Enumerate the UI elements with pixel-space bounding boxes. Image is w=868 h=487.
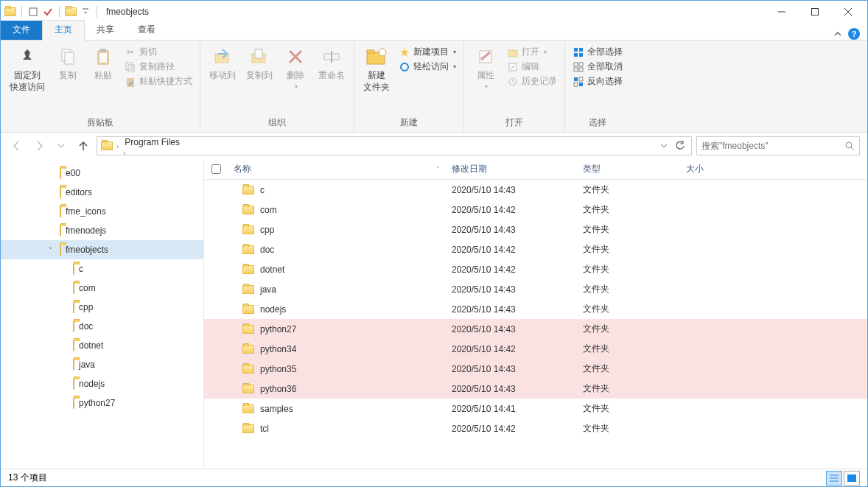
column-headers: 名称˄ 修改日期 类型 大小 xyxy=(204,159,867,180)
qat-properties-icon[interactable] xyxy=(27,5,40,18)
new-folder-button[interactable]: 新建 文件夹 xyxy=(359,43,394,94)
expand-icon[interactable] xyxy=(58,340,69,351)
file-row[interactable]: python272020/5/10 14:43文件夹 xyxy=(204,319,867,339)
tree-node-com[interactable]: com xyxy=(1,278,203,298)
rename-button[interactable]: 重命名 xyxy=(314,43,349,83)
paste-button[interactable]: 粘贴 xyxy=(86,43,120,83)
file-row[interactable]: cpp2020/5/10 14:43文件夹 xyxy=(204,220,867,239)
delete-button[interactable]: 删除▾ xyxy=(279,43,312,91)
expand-icon[interactable] xyxy=(45,187,55,197)
select-all-button[interactable]: 全部选择 xyxy=(570,45,626,59)
tree-node-dotnet[interactable]: dotnet xyxy=(1,336,203,355)
maximize-button[interactable] xyxy=(798,1,831,22)
breadcrumb-2[interactable]: Program Files xyxy=(122,137,183,147)
file-row[interactable]: dotnet2020/5/10 14:42文件夹 xyxy=(204,259,867,279)
tree-node-e00[interactable]: e00 xyxy=(1,164,203,183)
expand-icon[interactable] xyxy=(58,360,69,370)
pin-to-quick-access-button[interactable]: 固定到 快速访问 xyxy=(5,43,49,94)
file-row[interactable]: java2020/5/10 14:43文件夹 xyxy=(204,279,867,299)
easy-access-button[interactable]: 轻松访问▾ xyxy=(396,60,459,74)
search-box[interactable] xyxy=(696,136,860,155)
tree-node-nodejs[interactable]: nodejs xyxy=(1,374,203,393)
column-type[interactable]: 类型 xyxy=(577,163,680,175)
column-size[interactable]: 大小 xyxy=(680,163,769,175)
expand-icon[interactable] xyxy=(58,321,69,332)
details-view-button[interactable] xyxy=(826,471,842,486)
tab-share[interactable]: 共享 xyxy=(85,21,126,40)
tab-home[interactable]: 主页 xyxy=(42,20,85,41)
new-item-button[interactable]: 新建项目▾ xyxy=(396,45,459,59)
file-row[interactable]: tcl2020/5/10 14:42文件夹 xyxy=(204,418,867,438)
file-row[interactable]: python342020/5/10 14:42文件夹 xyxy=(204,339,867,359)
history-button[interactable]: 历史记录 xyxy=(504,74,560,88)
tree-node-editors[interactable]: editors xyxy=(1,183,203,202)
copy-button[interactable]: 复制 xyxy=(51,43,85,83)
expand-icon[interactable] xyxy=(45,225,55,236)
refresh-button[interactable] xyxy=(672,138,688,154)
column-name[interactable]: 名称˄ xyxy=(228,163,446,175)
address-dropdown-icon[interactable] xyxy=(656,138,672,154)
file-row[interactable]: nodejs2020/5/10 14:43文件夹 xyxy=(204,299,867,319)
file-row[interactable]: c2020/5/10 14:43文件夹 xyxy=(204,180,867,200)
move-to-button[interactable]: 移动到 xyxy=(205,43,240,83)
tree-node-java[interactable]: java xyxy=(1,355,203,374)
tab-view[interactable]: 查看 xyxy=(126,21,167,40)
copy-to-button[interactable]: 复制到 xyxy=(242,43,277,83)
svg-rect-7 xyxy=(126,63,132,70)
paste-shortcut-button[interactable]: 粘贴快捷方式 xyxy=(122,74,195,88)
search-icon[interactable] xyxy=(844,141,855,151)
tab-file[interactable]: 文件 xyxy=(1,21,42,40)
tree-node-fmenodejs[interactable]: fmenodejs xyxy=(1,221,203,240)
minimize-button[interactable] xyxy=(765,1,798,22)
recent-dropdown[interactable] xyxy=(52,137,70,155)
select-none-button[interactable]: 全部取消 xyxy=(570,60,626,74)
tree-node-c[interactable]: c xyxy=(1,259,203,278)
expand-icon[interactable] xyxy=(45,206,55,217)
edit-button[interactable]: 编辑 xyxy=(504,60,560,74)
expand-icon[interactable] xyxy=(58,302,69,312)
collapse-ribbon-icon[interactable] xyxy=(833,29,842,38)
file-row[interactable]: python362020/5/10 14:43文件夹 xyxy=(204,379,867,399)
search-input[interactable] xyxy=(701,141,844,151)
qat-dropdown-icon[interactable] xyxy=(79,5,92,18)
open-button[interactable]: 打开▾ xyxy=(504,45,560,59)
copy-icon xyxy=(56,45,80,69)
sort-asc-icon: ˄ xyxy=(436,166,440,173)
file-row[interactable]: python352020/5/10 14:43文件夹 xyxy=(204,359,867,379)
select-all-checkbox[interactable] xyxy=(211,164,221,174)
help-icon[interactable]: ? xyxy=(848,28,860,40)
file-row[interactable]: samples2020/5/10 14:41文件夹 xyxy=(204,399,867,418)
column-date[interactable]: 修改日期 xyxy=(446,163,577,175)
file-name: nodejs xyxy=(260,304,286,315)
tree-node-fme_icons[interactable]: fme_icons xyxy=(1,202,203,221)
expand-icon[interactable] xyxy=(45,168,55,178)
expand-icon[interactable] xyxy=(58,264,69,274)
qat-checkmark-icon[interactable] xyxy=(41,5,55,18)
tree-node-fmeobjects[interactable]: ˅fmeobjects xyxy=(1,240,203,259)
copy-path-button[interactable]: 复制路径 xyxy=(122,60,195,74)
tree-node-python27[interactable]: python27 xyxy=(1,393,203,413)
properties-button[interactable]: 属性▾ xyxy=(469,43,503,91)
expand-icon[interactable] xyxy=(58,379,69,389)
svg-rect-29 xyxy=(574,68,578,71)
cut-button[interactable]: ✂剪切 xyxy=(122,45,195,59)
expand-icon[interactable]: ˅ xyxy=(45,245,55,255)
expand-icon[interactable] xyxy=(58,283,69,293)
thumbnails-view-button[interactable] xyxy=(844,471,860,486)
forward-button[interactable] xyxy=(30,137,48,155)
expand-icon[interactable] xyxy=(58,398,69,408)
tree-node-doc[interactable]: doc xyxy=(1,317,203,336)
up-button[interactable] xyxy=(74,137,92,155)
back-button[interactable] xyxy=(8,137,26,155)
svg-rect-8 xyxy=(128,65,134,72)
navigation-tree[interactable]: e00editorsfme_iconsfmenodejs˅fmeobjectsc… xyxy=(1,159,204,469)
invert-selection-button[interactable]: 反向选择 xyxy=(570,74,626,88)
breadcrumb-sep[interactable]: › xyxy=(122,149,127,156)
close-button[interactable] xyxy=(831,1,864,22)
tree-node-cpp[interactable]: cpp xyxy=(1,298,203,317)
file-row[interactable]: com2020/5/10 14:42文件夹 xyxy=(204,200,867,220)
address-bar[interactable]: › 此电脑›OS (C:)›Program Files›FME›fmeobjec… xyxy=(97,136,692,155)
file-row[interactable]: doc2020/5/10 14:42文件夹 xyxy=(204,239,867,259)
tree-label: dotnet xyxy=(79,340,103,351)
qat-folder-icon[interactable] xyxy=(64,5,77,18)
